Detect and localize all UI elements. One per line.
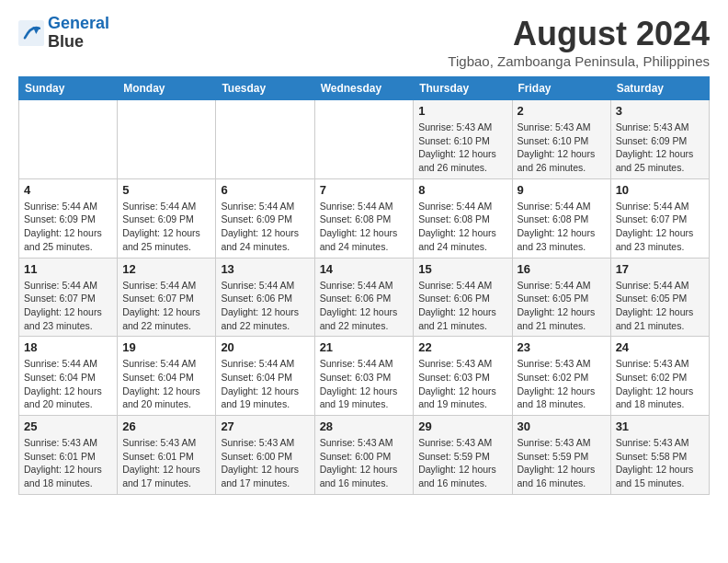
day-number: 31: [616, 419, 704, 433]
calendar-cell: 25Sunrise: 5:43 AM Sunset: 6:01 PM Dayli…: [19, 416, 118, 495]
calendar-cell: 3Sunrise: 5:43 AM Sunset: 6:09 PM Daylig…: [610, 100, 709, 179]
day-info: Sunrise: 5:43 AM Sunset: 6:02 PM Dayligh…: [616, 357, 704, 411]
calendar-cell: 14Sunrise: 5:44 AM Sunset: 6:06 PM Dayli…: [314, 258, 414, 337]
day-number: 27: [221, 419, 309, 433]
day-info: Sunrise: 5:43 AM Sunset: 5:59 PM Dayligh…: [418, 436, 506, 490]
day-info: Sunrise: 5:44 AM Sunset: 6:06 PM Dayligh…: [320, 279, 409, 333]
day-number: 7: [320, 183, 409, 197]
subtitle: Tigbao, Zamboanga Peninsula, Philippines: [448, 53, 710, 69]
day-info: Sunrise: 5:44 AM Sunset: 6:05 PM Dayligh…: [616, 279, 704, 333]
day-number: 28: [320, 419, 409, 433]
day-info: Sunrise: 5:44 AM Sunset: 6:09 PM Dayligh…: [221, 200, 309, 254]
calendar-cell: 16Sunrise: 5:44 AM Sunset: 6:05 PM Dayli…: [512, 258, 610, 337]
logo-line1: General: [48, 14, 109, 32]
calendar-cell: [314, 100, 414, 179]
header-wednesday: Wednesday: [314, 77, 414, 100]
calendar-cell: 26Sunrise: 5:43 AM Sunset: 6:01 PM Dayli…: [118, 416, 216, 495]
calendar-cell: 5Sunrise: 5:44 AM Sunset: 6:09 PM Daylig…: [118, 178, 216, 258]
day-number: 30: [518, 419, 606, 433]
day-number: 10: [616, 183, 704, 197]
calendar-cell: 17Sunrise: 5:44 AM Sunset: 6:05 PM Dayli…: [610, 258, 709, 337]
calendar-cell: 4Sunrise: 5:44 AM Sunset: 6:09 PM Daylig…: [19, 178, 118, 258]
day-number: 4: [24, 183, 112, 197]
day-number: 2: [518, 104, 606, 118]
logo-line2: Blue: [48, 33, 109, 52]
day-info: Sunrise: 5:43 AM Sunset: 6:02 PM Dayligh…: [518, 357, 606, 411]
day-number: 25: [24, 419, 112, 433]
logo: General Blue: [18, 15, 109, 52]
header-saturday: Saturday: [610, 77, 709, 100]
day-info: Sunrise: 5:44 AM Sunset: 6:07 PM Dayligh…: [616, 200, 704, 254]
calendar-body: 1Sunrise: 5:43 AM Sunset: 6:10 PM Daylig…: [19, 100, 710, 495]
main-title: August 2024: [448, 15, 710, 53]
calendar-cell: 11Sunrise: 5:44 AM Sunset: 6:07 PM Dayli…: [19, 258, 118, 337]
day-info: Sunrise: 5:43 AM Sunset: 5:58 PM Dayligh…: [616, 436, 704, 490]
calendar-week-4: 18Sunrise: 5:44 AM Sunset: 6:04 PM Dayli…: [19, 337, 710, 416]
day-number: 1: [418, 104, 506, 118]
day-number: 14: [320, 262, 409, 276]
day-info: Sunrise: 5:44 AM Sunset: 6:04 PM Dayligh…: [221, 357, 309, 411]
day-info: Sunrise: 5:44 AM Sunset: 6:04 PM Dayligh…: [24, 357, 112, 411]
day-info: Sunrise: 5:44 AM Sunset: 6:08 PM Dayligh…: [320, 200, 409, 254]
day-number: 15: [418, 262, 506, 276]
day-info: Sunrise: 5:44 AM Sunset: 6:03 PM Dayligh…: [320, 357, 409, 411]
day-info: Sunrise: 5:43 AM Sunset: 6:00 PM Dayligh…: [221, 436, 309, 490]
day-info: Sunrise: 5:43 AM Sunset: 5:59 PM Dayligh…: [518, 436, 606, 490]
calendar-cell: 9Sunrise: 5:44 AM Sunset: 6:08 PM Daylig…: [512, 178, 610, 258]
day-number: 18: [24, 340, 112, 354]
day-info: Sunrise: 5:43 AM Sunset: 6:01 PM Dayligh…: [122, 436, 210, 490]
day-number: 22: [418, 340, 506, 354]
calendar-cell: [216, 100, 314, 179]
day-number: 29: [418, 419, 506, 433]
day-number: 19: [122, 340, 210, 354]
calendar-cell: 6Sunrise: 5:44 AM Sunset: 6:09 PM Daylig…: [216, 178, 314, 258]
day-number: 26: [122, 419, 210, 433]
logo-icon: [18, 20, 44, 46]
day-number: 11: [24, 262, 112, 276]
calendar-cell: 1Sunrise: 5:43 AM Sunset: 6:10 PM Daylig…: [414, 100, 512, 179]
header-tuesday: Tuesday: [216, 77, 314, 100]
day-info: Sunrise: 5:44 AM Sunset: 6:04 PM Dayligh…: [122, 357, 210, 411]
day-number: 17: [616, 262, 704, 276]
page-header: General Blue August 2024 Tigbao, Zamboan…: [18, 15, 710, 69]
svg-rect-0: [18, 20, 44, 46]
day-info: Sunrise: 5:43 AM Sunset: 6:10 PM Dayligh…: [418, 121, 506, 175]
day-number: 23: [518, 340, 606, 354]
day-number: 3: [616, 104, 704, 118]
day-number: 21: [320, 340, 409, 354]
day-info: Sunrise: 5:43 AM Sunset: 6:09 PM Dayligh…: [616, 121, 704, 175]
day-number: 16: [518, 262, 606, 276]
header-friday: Friday: [512, 77, 610, 100]
calendar-cell: [19, 100, 118, 179]
calendar-cell: 24Sunrise: 5:43 AM Sunset: 6:02 PM Dayli…: [610, 337, 709, 416]
day-number: 12: [122, 262, 210, 276]
day-info: Sunrise: 5:44 AM Sunset: 6:06 PM Dayligh…: [221, 279, 309, 333]
day-info: Sunrise: 5:44 AM Sunset: 6:05 PM Dayligh…: [518, 279, 606, 333]
calendar-cell: 21Sunrise: 5:44 AM Sunset: 6:03 PM Dayli…: [314, 337, 414, 416]
calendar-cell: 13Sunrise: 5:44 AM Sunset: 6:06 PM Dayli…: [216, 258, 314, 337]
day-number: 5: [122, 183, 210, 197]
calendar-cell: 28Sunrise: 5:43 AM Sunset: 6:00 PM Dayli…: [314, 416, 414, 495]
day-number: 8: [418, 183, 506, 197]
calendar-week-3: 11Sunrise: 5:44 AM Sunset: 6:07 PM Dayli…: [19, 258, 710, 337]
calendar-cell: 30Sunrise: 5:43 AM Sunset: 5:59 PM Dayli…: [512, 416, 610, 495]
days-header-row: SundayMondayTuesdayWednesdayThursdayFrid…: [19, 77, 710, 100]
logo-text: General Blue: [48, 15, 109, 52]
calendar-header: SundayMondayTuesdayWednesdayThursdayFrid…: [19, 77, 710, 100]
day-info: Sunrise: 5:44 AM Sunset: 6:07 PM Dayligh…: [122, 279, 210, 333]
calendar-cell: 8Sunrise: 5:44 AM Sunset: 6:08 PM Daylig…: [414, 178, 512, 258]
day-number: 6: [221, 183, 309, 197]
calendar-cell: [118, 100, 216, 179]
day-number: 20: [221, 340, 309, 354]
calendar-week-2: 4Sunrise: 5:44 AM Sunset: 6:09 PM Daylig…: [19, 178, 710, 258]
day-info: Sunrise: 5:44 AM Sunset: 6:07 PM Dayligh…: [24, 279, 112, 333]
calendar-week-5: 25Sunrise: 5:43 AM Sunset: 6:01 PM Dayli…: [19, 416, 710, 495]
day-info: Sunrise: 5:44 AM Sunset: 6:09 PM Dayligh…: [122, 200, 210, 254]
day-number: 9: [518, 183, 606, 197]
calendar-cell: 31Sunrise: 5:43 AM Sunset: 5:58 PM Dayli…: [610, 416, 709, 495]
calendar-cell: 12Sunrise: 5:44 AM Sunset: 6:07 PM Dayli…: [118, 258, 216, 337]
day-number: 24: [616, 340, 704, 354]
header-sunday: Sunday: [19, 77, 118, 100]
calendar-cell: 29Sunrise: 5:43 AM Sunset: 5:59 PM Dayli…: [414, 416, 512, 495]
header-thursday: Thursday: [414, 77, 512, 100]
